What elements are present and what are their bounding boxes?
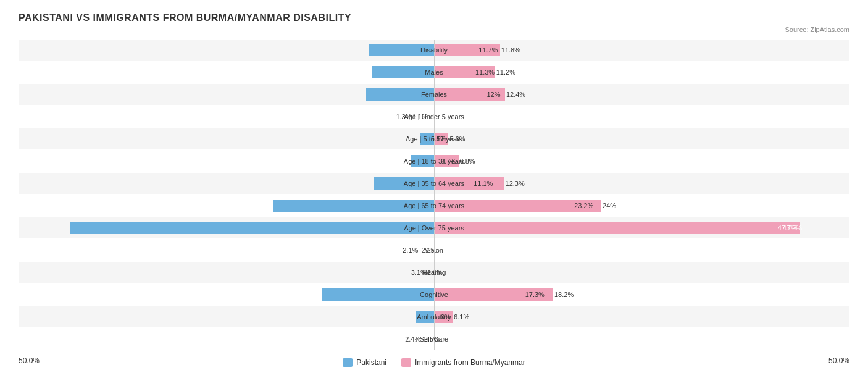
legend-label-burma: Immigrants from Burma/Myanmar [415, 358, 525, 367]
right-value-12: 6.1% [454, 313, 469, 321]
legend-item-burma: Immigrants from Burma/Myanmar [401, 358, 525, 367]
left-value-6: 11.1% [474, 180, 493, 187]
blue-bar-8 [70, 222, 434, 234]
left-value-0: 11.7% [478, 46, 498, 54]
chart-wrapper: 11.7% Disability 11.8% 11.3% Males 11.2%… [19, 40, 849, 350]
center-label-8: Age | Over 75 years [404, 224, 464, 232]
right-value-11: 18.2% [554, 291, 574, 298]
left-value-7: 23.2% [574, 202, 593, 209]
center-label-0: Disability [420, 46, 448, 54]
center-label-4: Age | 5 to 17 years [406, 135, 462, 143]
center-label-10: Hearing [422, 269, 446, 276]
footer-left-value: 50.0% [19, 356, 40, 365]
center-label-7: Age | 65 to 74 years [404, 202, 464, 209]
legend-box-pink [401, 358, 411, 367]
right-value-2: 12.4% [506, 91, 525, 98]
legend-label-pakistani: Pakistani [356, 358, 386, 367]
blue-bar-11 [322, 288, 434, 301]
source-text: Source: ZipAtlas.com [19, 26, 849, 33]
legend: Pakistani Immigrants from Burma/Myanmar [343, 358, 525, 367]
footer-right-value: 50.0% [828, 356, 849, 365]
center-label-13: Self-Care [420, 335, 448, 343]
right-value-7: 24% [603, 202, 616, 209]
left-value-13: 2.4% [405, 335, 420, 343]
right-value-1: 11.2% [496, 69, 515, 76]
footer: 50.0% Pakistani Immigrants from Burma/My… [19, 355, 849, 367]
left-value-9: 2.1% [403, 246, 418, 254]
right-value-0: 11.8% [501, 46, 520, 54]
legend-item-pakistani: Pakistani [343, 358, 386, 367]
legend-box-blue [343, 358, 353, 367]
center-label-9: Vision [425, 246, 443, 254]
chart-title: PAKISTANI VS IMMIGRANTS FROM BURMA/MYANM… [19, 12, 849, 23]
right-value-6: 12.3% [506, 180, 525, 187]
left-value-2: 12% [487, 91, 501, 98]
center-label-11: Cognitive [420, 291, 448, 298]
center-label-3: Age | Under 5 years [404, 113, 464, 120]
center-label-1: Males [425, 69, 443, 76]
left-value-11: 17.3% [525, 291, 545, 298]
page-container: PAKISTANI VS IMMIGRANTS FROM BURMA/MYANM… [19, 12, 849, 367]
left-value-1: 11.3% [475, 69, 495, 76]
center-label-6: Age | 35 to 64 years [404, 180, 464, 187]
center-label-12: Ambulatory [417, 313, 451, 321]
axis-line [434, 40, 435, 350]
right-value-8: 47.9% [783, 224, 802, 232]
center-label-2: Females [421, 91, 447, 98]
pink-bar-8 [434, 222, 800, 234]
center-label-5: Age | 18 to 34 years [404, 158, 464, 165]
